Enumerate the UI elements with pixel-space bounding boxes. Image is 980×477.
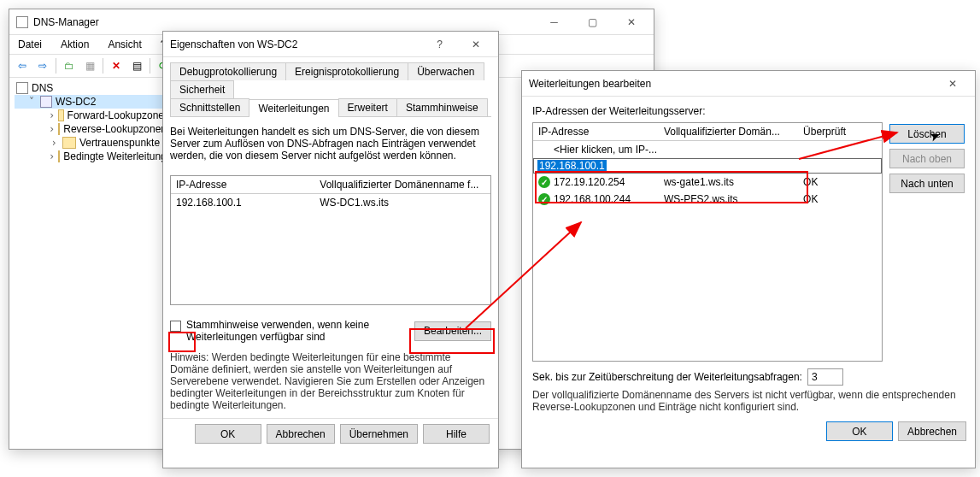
list-row-editable[interactable]: 192.168.100.1 [533,158,882,174]
cancel-button[interactable]: Abbrechen [898,421,966,441]
tab-roothints[interactable]: Stammhinweise [396,98,488,116]
properties-button[interactable]: ▦ [80,56,99,75]
close-button[interactable]: ✕ [612,10,650,34]
list-row[interactable]: ✓ 192.168.100.244 WS-PFS2.ws.its OK [533,191,882,208]
server-icon [40,96,52,108]
tab-row-2: Schnittstellen Weiterleitungen Erweitert… [163,98,498,116]
cancel-button[interactable]: Abbrechen [267,424,335,444]
col-fqdn[interactable]: Vollqualifizierter Domän... [659,123,798,140]
tree-server[interactable]: ˅ WS-DC2 [15,95,166,109]
tree-item-label: Forward-Lookupzone [67,109,164,121]
dialog-title: Weiterleitungen bearbeiten [529,78,933,90]
tree-item-forward[interactable]: › Forward-Lookupzone [15,109,166,122]
cell-fqdn: WS-PFS2.ws.its [659,191,798,208]
tab-advanced[interactable]: Erweitert [338,98,397,116]
window-title: DNS-Manager [28,16,535,28]
tree-item-label: Reverse-Lookupzonen [63,123,167,135]
tree-root-label: DNS [32,82,53,94]
sheet-button[interactable]: ▤ [127,56,146,75]
note-text: Der vollqualifizierte Domänenname des Se… [522,386,975,416]
expand-icon[interactable]: › [49,109,55,121]
maximize-button[interactable]: ▢ [573,10,612,34]
forwarders-desc: Bei Weiterleitungen handelt es sich um D… [170,126,491,162]
roothints-checkbox[interactable] [170,321,181,332]
dialog-buttons: OK Abbrechen Übernehmen Hilfe [163,418,498,452]
folder-icon [58,123,60,135]
cell-ok: OK [798,191,882,208]
collapse-icon[interactable]: ˅ [26,96,37,108]
check-icon: ✓ [538,176,550,188]
dialog-buttons: OK Abbrechen [522,416,975,450]
ip-list-label: IP-Adressen der Weiterleitungsserver: [532,105,883,117]
tab-eventlog[interactable]: Ereignisprotokollierung [285,62,408,80]
move-down-button[interactable]: Nach unten [889,174,965,193]
dialog-title: Eigenschaften von WS-DC2 [170,38,423,50]
cell-ip: 172.19.120.254 [554,176,625,188]
tree-pane: DNS ˅ WS-DC2 › Forward-Lookupzone › Reve… [9,78,172,445]
dns-icon [16,82,28,94]
menu-view[interactable]: Ansicht [104,37,144,52]
tree-item-trust[interactable]: › Vertrauenspunkte [15,136,166,150]
delete-button[interactable]: Löschen [889,124,965,144]
close-button[interactable]: ✕ [456,32,495,56]
close-button[interactable]: ✕ [933,72,971,96]
tab-debug[interactable]: Debugprotokollierung [170,62,286,80]
apply-button[interactable]: Übernehmen [340,424,418,444]
tab-row-1: Debugprotokollierung Ereignisprotokollie… [163,57,498,98]
tree-root-dns[interactable]: DNS [15,81,166,95]
cell-fqdn: WS-DC1.ws.its [314,194,490,211]
col-ip[interactable]: IP-Adresse [171,176,314,193]
ip-edit-field[interactable]: 192.168.100.1 [537,160,607,172]
tree-item-conditional[interactable]: › Bedingte Weiterleitungen [15,150,166,163]
help-button[interactable]: ? [423,38,456,50]
tab-security[interactable]: Sicherheit [170,80,234,98]
col-fqdn[interactable]: Vollqualifizierter Domänenname f... [314,176,490,193]
roothints-checkbox-label: Stammhinweise verwenden, wenn keine Weit… [186,319,383,343]
dns-app-icon [16,16,28,28]
tab-interfaces[interactable]: Schnittstellen [170,98,249,116]
forwarder-ip-list[interactable]: IP-Adresse Vollqualifizierter Domän... Ü… [532,122,883,362]
cell-ip: 192.168.100.244 [554,193,631,205]
folder-icon [62,137,76,149]
ok-button[interactable]: OK [195,424,261,444]
list-row[interactable]: 192.168.100.1 WS-DC1.ws.its [171,194,490,211]
tab-forwarders[interactable]: Weiterleitungen [249,99,338,117]
titlebar: Eigenschaften von WS-DC2 ? ✕ [163,32,498,57]
menu-action[interactable]: Aktion [57,37,92,52]
edit-button[interactable]: Bearbeiten... [414,321,491,341]
cell-fqdn: ws-gate1.ws.its [659,174,798,191]
side-buttons: Löschen Nach oben Nach unten [889,105,965,362]
col-verified[interactable]: Überprüft [798,123,882,140]
list-placeholder-row[interactable]: <Hier klicken, um IP-... [533,141,882,158]
tree-item-label: Bedingte Weiterleitungen [63,150,178,162]
tab-monitor[interactable]: Überwachen [408,62,484,80]
cell-ok: OK [798,174,882,191]
placeholder-text: <Hier klicken, um IP-... [533,141,882,158]
delete-button[interactable]: ✕ [107,56,126,75]
list-row[interactable]: ✓ 172.19.120.254 ws-gate1.ws.its OK [533,174,882,191]
folder-icon [58,150,60,162]
back-button[interactable]: ⇦ [13,56,32,75]
expand-icon[interactable]: › [49,137,59,149]
titlebar: Weiterleitungen bearbeiten ✕ [522,71,975,97]
expand-icon[interactable]: › [49,150,55,162]
forwarders-list[interactable]: IP-Adresse Vollqualifizierter Domänennam… [170,175,491,305]
edit-forwarders-dialog: Weiterleitungen bearbeiten ✕ IP-Adressen… [521,70,976,468]
folder-icon [58,109,63,121]
minimize-button[interactable]: ─ [535,10,573,34]
properties-dialog: Eigenschaften von WS-DC2 ? ✕ Debugprotok… [162,31,499,468]
hint-text: Hinweis: Werden bedingte Weiterleitungen… [170,351,491,411]
forward-button[interactable]: ⇨ [33,56,52,75]
help-button[interactable]: Hilfe [423,424,490,444]
tree-item-reverse[interactable]: › Reverse-Lookupzonen [15,122,166,136]
move-up-button[interactable]: Nach oben [889,149,965,168]
cell-ip: 192.168.100.1 [171,194,314,211]
expand-icon[interactable]: › [49,123,55,135]
col-ip[interactable]: IP-Adresse [533,123,659,140]
tab-panel: Bei Weiterleitungen handelt es sich um D… [170,116,491,411]
timeout-input[interactable] [807,368,843,386]
menu-file[interactable]: Datei [15,37,45,52]
tree-item-label: Vertrauenspunkte [79,137,160,149]
ok-button[interactable]: OK [826,421,893,441]
up-button[interactable]: 🗀 [60,56,79,75]
